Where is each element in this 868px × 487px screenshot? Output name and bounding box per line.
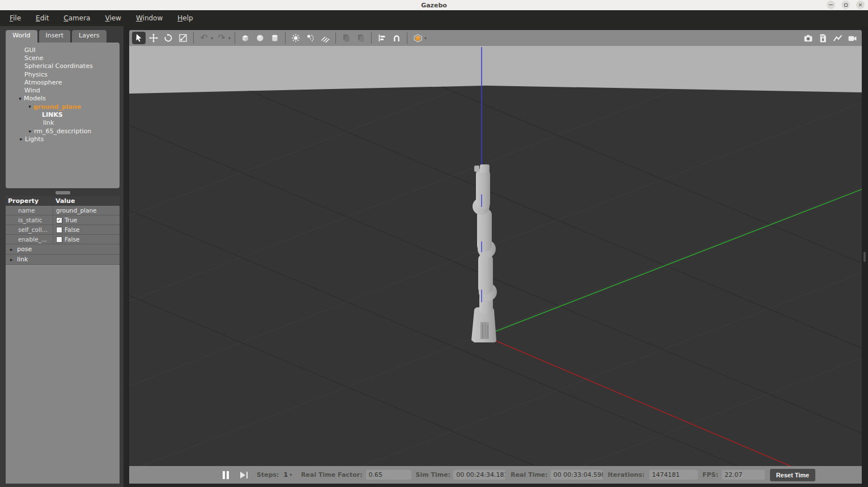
menu-edit[interactable]: Edit — [28, 11, 56, 25]
table-group-pose[interactable]: pose — [6, 244, 120, 255]
checkbox-unchecked-icon[interactable] — [56, 227, 62, 233]
tree-item-wind[interactable]: Wind — [6, 86, 120, 94]
tree-item-models[interactable]: Models — [6, 95, 120, 103]
reset-time-button[interactable]: Reset Time — [770, 469, 816, 481]
move-icon — [149, 33, 158, 43]
steps-caret-icon[interactable]: ▾ — [290, 472, 292, 477]
expander-right-icon[interactable] — [10, 247, 17, 252]
pause-icon — [223, 471, 225, 479]
edge-handle-icon[interactable] — [863, 252, 866, 262]
snap-tool-button[interactable] — [390, 32, 403, 44]
log-record-button[interactable] — [816, 32, 829, 44]
window-title: Gazebo — [421, 2, 447, 9]
table-row-is-static[interactable]: is_static True — [6, 215, 120, 225]
checkbox-checked-icon[interactable] — [56, 217, 62, 223]
copy-button[interactable] — [339, 32, 353, 44]
view-caret-icon[interactable]: ▾ — [424, 36, 427, 41]
rtf-label: Real Time Factor: — [301, 471, 362, 478]
point-light-button[interactable] — [289, 32, 303, 44]
change-view-button[interactable] — [411, 32, 424, 44]
left-panel: World Insert Layers GUI Scene Spherical … — [0, 26, 124, 487]
scene-render — [129, 46, 862, 466]
insert-box-button[interactable] — [239, 32, 252, 44]
expander-down-icon[interactable] — [26, 104, 33, 109]
expander-right-icon[interactable] — [18, 136, 25, 142]
menu-view[interactable]: View — [97, 11, 128, 25]
redo-button[interactable]: ↷ — [215, 32, 228, 44]
steps-label: Steps: — [257, 471, 279, 478]
table-group-link[interactable]: link — [6, 255, 120, 265]
toolbar-separator — [335, 32, 336, 44]
expander-down-icon[interactable] — [16, 96, 24, 101]
tree-item-links[interactable]: LINKS — [6, 111, 120, 118]
viewport: ↶ ▾ ↷ ▾ — [129, 30, 862, 484]
scale-tool-button[interactable] — [176, 32, 190, 44]
expander-right-icon[interactable] — [10, 257, 17, 262]
tree-item-physics[interactable]: Physics — [6, 70, 120, 78]
toolbar-separator — [371, 32, 372, 44]
redo-history-caret-icon[interactable]: ▾ — [228, 36, 231, 41]
magnet-icon — [392, 33, 401, 43]
property-table-header: Property Value — [6, 196, 120, 206]
paste-button[interactable] — [354, 32, 368, 44]
world-tree: GUI Scene Spherical Coordinates Physics … — [6, 43, 120, 188]
plot-line-icon — [833, 33, 843, 43]
redo-icon: ↷ — [218, 33, 225, 43]
minimize-icon[interactable] — [827, 1, 835, 9]
gazebo-window: Gazebo ✕ File Edit Camera View Window He… — [0, 0, 868, 487]
cursor-icon — [134, 33, 143, 43]
scale-icon — [178, 33, 188, 43]
tree-item-rm-65-description[interactable]: rm_65_description — [6, 127, 120, 135]
menu-file[interactable]: File — [2, 11, 28, 25]
undo-icon: ↶ — [200, 33, 207, 43]
table-row-enable-wind[interactable]: enable_... False — [6, 235, 120, 244]
tree-item-spherical-coordinates[interactable]: Spherical Coordinates — [6, 62, 120, 70]
spot-light-button[interactable] — [304, 32, 317, 44]
menu-window[interactable]: Window — [129, 11, 170, 25]
tab-insert[interactable]: Insert — [39, 30, 71, 43]
pause-button[interactable] — [223, 471, 229, 479]
checkbox-unchecked-icon[interactable] — [56, 236, 62, 243]
directional-light-button[interactable] — [318, 32, 332, 44]
select-tool-button[interactable] — [132, 32, 146, 44]
window-right-edge — [862, 26, 868, 487]
step-button[interactable] — [240, 472, 248, 478]
undo-history-caret-icon[interactable]: ▾ — [211, 36, 213, 41]
tree-item-ground-plane[interactable]: ground_plane — [6, 103, 120, 111]
panel-tabs: World Insert Layers — [6, 30, 107, 43]
align-icon — [377, 33, 386, 43]
tree-item-scene[interactable]: Scene — [6, 54, 120, 62]
rotate-tool-button[interactable] — [161, 32, 175, 44]
steps-value[interactable]: 1 — [283, 471, 288, 478]
video-record-button[interactable] — [845, 32, 859, 44]
maximize-icon[interactable] — [841, 1, 850, 9]
expander-right-icon[interactable] — [27, 128, 34, 134]
tab-layers[interactable]: Layers — [72, 30, 106, 43]
rtf-value: 0.65 — [366, 470, 411, 480]
insert-cylinder-button[interactable] — [268, 32, 282, 44]
tree-item-link[interactable]: link — [6, 119, 120, 127]
tree-item-atmosphere[interactable]: Atmosphere — [6, 78, 120, 86]
plot-button[interactable] — [831, 32, 844, 44]
scene-3d[interactable] — [129, 46, 862, 466]
undo-button[interactable]: ↶ — [197, 32, 211, 44]
close-icon[interactable]: ✕ — [856, 1, 865, 9]
table-row-name[interactable]: name ground_plane — [6, 206, 120, 215]
tab-world[interactable]: World — [6, 30, 37, 43]
camera-icon — [803, 33, 813, 43]
table-row-self-collide[interactable]: self_coll... False — [6, 225, 120, 235]
insert-sphere-button[interactable] — [253, 32, 267, 44]
property-panel: Property Value name ground_plane is_stat… — [6, 196, 120, 484]
real-time-label: Real Time: — [510, 471, 548, 478]
align-tool-button[interactable] — [375, 32, 389, 44]
tree-item-lights[interactable]: Lights — [6, 135, 120, 143]
video-camera-icon — [848, 33, 857, 43]
menu-help[interactable]: Help — [170, 11, 200, 25]
sim-time-value: 00 00:24:34.181 — [453, 470, 505, 480]
tree-item-gui[interactable]: GUI — [6, 46, 120, 54]
translate-tool-button[interactable] — [147, 32, 160, 44]
panel-splitter[interactable] — [6, 189, 120, 196]
log-file-icon — [818, 33, 828, 43]
screenshot-button[interactable] — [801, 32, 815, 44]
menu-camera[interactable]: Camera — [56, 11, 97, 25]
